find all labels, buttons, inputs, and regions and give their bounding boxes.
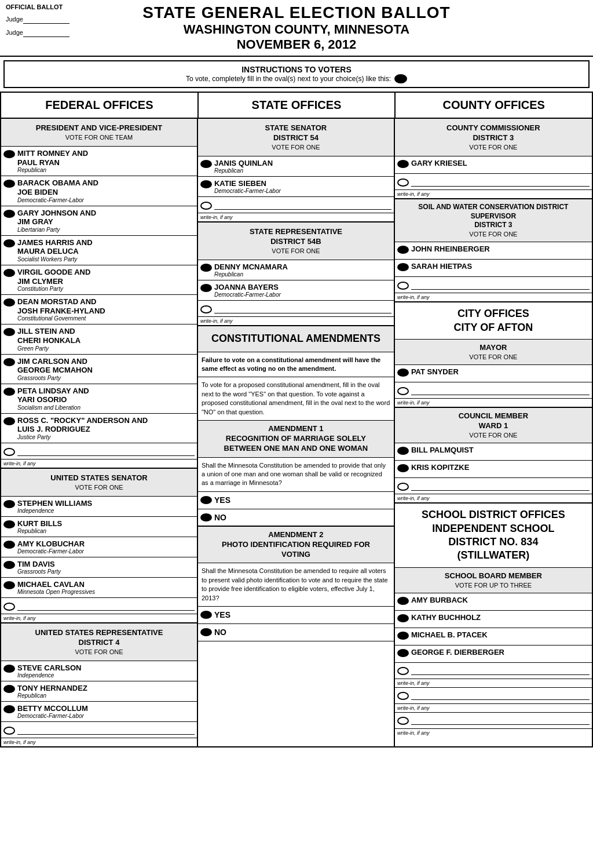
- write-in-label: write-in, if any: [395, 679, 592, 688]
- federal-offices-header: FEDERAL OFFICES: [1, 93, 199, 118]
- candidate-name: KATHY BUCHHOLZ: [411, 613, 481, 622]
- county-offices-header: COUNTY OFFICES: [396, 93, 592, 118]
- oval-filled: [3, 269, 15, 277]
- oval-filled: [200, 160, 212, 168]
- candidate-name: PETA LINDSAY ANDYARI OSORIO: [17, 386, 89, 404]
- candidate-row: PAT SNYDER: [395, 365, 592, 382]
- oval-filled: [397, 246, 409, 254]
- candidate-info: JAMES HARRIS ANDMAURA DELUCA Socialist W…: [17, 238, 93, 262]
- city-offices-header: CITY OFFICES CITY OF AFTON: [395, 302, 592, 340]
- candidate-name: JIM CARLSON ANDGEORGE MCMAHON: [17, 357, 93, 375]
- state-column: STATE SENATOR DISTRICT 54 VOTE FOR ONE J…: [198, 119, 395, 746]
- candidate-info: DENNY MCNAMARA Republican: [214, 262, 288, 278]
- oval-filled: [3, 180, 15, 188]
- candidate-row: DENNY MCNAMARA Republican: [198, 260, 394, 280]
- write-in-row: [395, 663, 592, 679]
- candidate-party: Constitution Party: [17, 286, 90, 292]
- oval-filled: [3, 581, 15, 589]
- county-column: COUNTY COMMISSIONER DISTRICT 3 VOTE FOR …: [395, 119, 592, 746]
- amendment1-yes-row: YES: [198, 492, 394, 509]
- candidate-row: KRIS KOPITZKE: [395, 461, 592, 478]
- candidate-info: STEVE CARLSON Independence: [17, 663, 82, 679]
- oval-filled: [397, 263, 409, 271]
- candidate-info: BILL PALMQUIST: [411, 446, 474, 454]
- candidate-name: SARAH HIETPAS: [411, 262, 472, 271]
- filled-oval-example: [394, 74, 407, 83]
- candidate-row: TIM DAVIS Grassroots Party: [1, 557, 197, 578]
- oval-filled: [3, 210, 15, 218]
- candidate-name: KRIS KOPITZKE: [411, 463, 469, 472]
- candidate-info: GARY KRIESEL: [411, 159, 467, 167]
- oval-empty: [397, 178, 409, 187]
- yes-label: YES: [214, 495, 230, 505]
- candidate-row: JILL STEIN ANDCHERI HONKALA Green Party: [1, 324, 197, 354]
- oval-filled: [3, 705, 15, 713]
- oval-filled: [3, 298, 15, 307]
- state-offices-header: STATE OFFICES: [199, 93, 396, 118]
- oval-filled: [397, 160, 409, 168]
- school-district-header: SCHOOL DISTRICT OFFICESINDEPENDENT SCHOO…: [395, 504, 592, 568]
- candidate-name: DEAN MORSTAD ANDJOSH FRANKE-HYLAND: [17, 297, 105, 315]
- amendment2-no-row: NO: [198, 624, 394, 641]
- candidate-name: MICHAEL CAVLAN: [17, 580, 95, 589]
- write-in-row: [395, 174, 592, 190]
- candidate-info: AMY KLOBUCHAR Democratic-Farmer-Labor: [17, 539, 85, 555]
- candidate-row: JOHN RHEINBERGER: [395, 242, 592, 260]
- amendment2-header: AMENDMENT 2PHOTO IDENTIFICATION REQUIRED…: [198, 527, 394, 564]
- candidate-row: GARY JOHNSON ANDJIM GRAY Libertarian Par…: [1, 206, 197, 236]
- candidate-info: KURT BILLS Republican: [17, 519, 62, 534]
- oval-filled: [3, 328, 15, 336]
- oval-filled: [3, 665, 15, 673]
- candidate-row: KATHY BUCHHOLZ: [395, 611, 592, 628]
- amendments-vote-intro: To vote for a proposed constitutional am…: [198, 377, 394, 421]
- write-in-row: [395, 688, 592, 704]
- candidate-info: PETA LINDSAY ANDYARI OSORIO Socialism an…: [17, 386, 89, 411]
- candidate-name: BILL PALMQUIST: [411, 446, 474, 454]
- candidate-party: Constitutional Government: [17, 315, 105, 322]
- candidate-info: GEORGE F. DIERBERGER: [411, 648, 504, 657]
- official-ballot-label: OFFICIAL BALLOT: [6, 3, 98, 10]
- oval-empty: [397, 282, 409, 290]
- write-in-row: [198, 301, 394, 317]
- oval-filled: [3, 561, 15, 569]
- candidate-info: JILL STEIN ANDCHERI HONKALA Green Party: [17, 327, 80, 351]
- candidate-party: Republican: [214, 271, 288, 278]
- write-in-label: write-in, if any: [198, 317, 394, 326]
- oval-empty: [397, 483, 409, 491]
- candidate-row: GEORGE F. DIERBERGER: [395, 645, 592, 663]
- candidate-party: Democratic-Farmer-Labor: [17, 713, 88, 719]
- candidate-row: BARACK OBAMA ANDJOE BIDEN Democratic-Far…: [1, 176, 197, 206]
- amendment1-question: Shall the Minnesota Constitution be amen…: [198, 458, 394, 492]
- oval-empty: [3, 603, 15, 611]
- write-in-row: [1, 443, 197, 459]
- oval-filled: [200, 628, 212, 636]
- mayor-header: MAYOR VOTE FOR ONE: [395, 340, 592, 365]
- write-in-row: [1, 598, 197, 614]
- candidate-party: Minnesota Open Progressives: [17, 589, 95, 595]
- oval-filled: [397, 597, 409, 605]
- candidate-party: Republican: [17, 167, 88, 173]
- ballot-title-line2: WASHINGTON COUNTY, MINNESOTA: [98, 22, 495, 37]
- candidate-name: PAT SNYDER: [411, 367, 459, 376]
- candidate-name: JILL STEIN ANDCHERI HONKALA: [17, 327, 80, 345]
- candidate-name: BETTY MCCOLLUM: [17, 704, 88, 713]
- candidate-row: TONY HERNANDEZ Republican: [1, 681, 197, 702]
- candidate-name: JANIS QUINLAN: [214, 159, 273, 167]
- candidate-info: JOANNA BAYERS Democratic-Farmer-Labor: [214, 283, 281, 298]
- oval-filled: [200, 496, 212, 504]
- candidate-name: STEVE CARLSON: [17, 663, 82, 672]
- candidate-party: Socialist Workers Party: [17, 256, 93, 262]
- oval-empty: [3, 448, 15, 456]
- candidate-info: PAT SNYDER: [411, 367, 459, 376]
- oval-filled: [3, 520, 15, 528]
- write-in-label: write-in, if any: [395, 704, 592, 713]
- candidate-row: JANIS QUINLAN Republican: [198, 156, 394, 177]
- write-in-label: write-in, if any: [1, 738, 197, 746]
- ballot-title-line3: NOVEMBER 6, 2012: [98, 37, 495, 52]
- write-in-row: [395, 713, 592, 729]
- candidate-name: STEPHEN WILLIAMS: [17, 499, 92, 508]
- candidate-party: Libertarian Party: [17, 227, 96, 233]
- oval-filled: [3, 541, 15, 549]
- candidate-info: MICHAEL CAVLAN Minnesota Open Progressiv…: [17, 580, 95, 595]
- candidate-row: KATIE SIEBEN Democratic-Farmer-Labor: [198, 177, 394, 197]
